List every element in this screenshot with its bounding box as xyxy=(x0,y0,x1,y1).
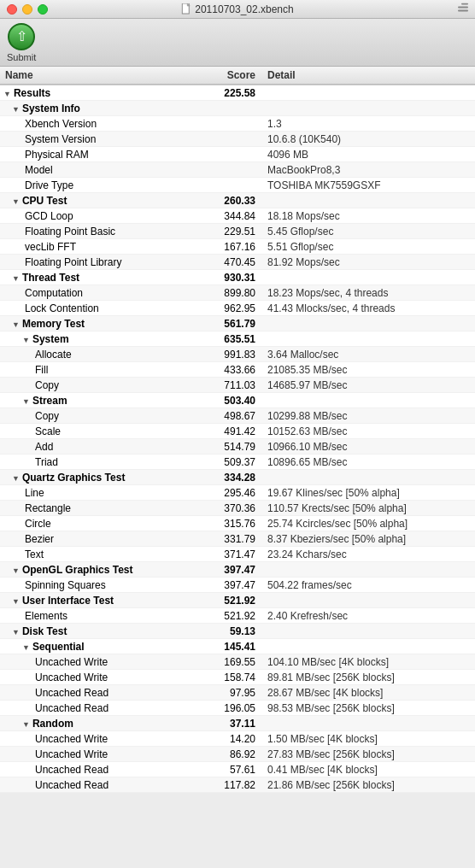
cell-detail: 10966.10 MB/sec xyxy=(261,441,475,453)
cell-name: ▼User Interface Test xyxy=(0,594,205,607)
close-button[interactable] xyxy=(7,4,17,15)
cell-score: 711.03 xyxy=(205,379,261,391)
cell-detail: 5.51 Gflop/sec xyxy=(261,241,475,253)
triangle-icon[interactable]: ▼ xyxy=(12,474,20,483)
cell-name: Computation xyxy=(0,286,205,300)
cell-name: System Version xyxy=(0,132,205,146)
cell-name: ▼Disk Test xyxy=(0,625,205,638)
cell-score: 498.67 xyxy=(205,410,261,422)
cell-detail: 5.45 Gflop/sec xyxy=(261,226,475,238)
cell-name: ▼Thread Test xyxy=(0,271,205,284)
cell-score: 295.46 xyxy=(205,487,261,499)
cell-name: ▼Memory Test xyxy=(0,317,205,331)
cell-score: 899.80 xyxy=(205,287,261,299)
cell-score: 397.47 xyxy=(205,564,261,576)
table-row: Text 371.47 23.24 Kchars/sec xyxy=(0,547,475,562)
triangle-icon[interactable]: ▼ xyxy=(12,197,20,206)
cell-name: ▼Sequential xyxy=(0,640,205,654)
triangle-icon[interactable]: ▼ xyxy=(12,628,20,636)
table-area: ▼Results 225.58 ▼System Info Xbench Vers… xyxy=(0,85,475,793)
table-row: ▼Thread Test 930.31 xyxy=(0,270,475,285)
table-row: Uncached Read 117.82 21.86 MB/sec [256K … xyxy=(0,777,475,793)
cell-detail: 41.43 Mlocks/sec, 4 threads xyxy=(261,302,475,314)
header-score: Score xyxy=(205,69,261,81)
cell-score: 521.92 xyxy=(205,595,261,607)
triangle-icon[interactable]: ▼ xyxy=(12,597,20,606)
triangle-icon[interactable]: ▼ xyxy=(3,90,11,98)
cell-detail: 21085.35 MB/sec xyxy=(261,364,475,376)
triangle-icon[interactable]: ▼ xyxy=(22,336,30,344)
cell-score: 962.95 xyxy=(205,302,261,314)
table-row: Xbench Version 1.3 xyxy=(0,116,475,132)
cell-score: 470.45 xyxy=(205,256,261,268)
cell-name: ▼OpenGL Graphics Test xyxy=(0,563,205,577)
table-row: Drive Type TOSHIBA MK7559GSXF xyxy=(0,178,475,193)
cell-detail: 18.23 Mops/sec, 4 threads xyxy=(261,287,475,299)
resize-icon[interactable] xyxy=(458,3,468,15)
cell-name: Fill xyxy=(0,363,205,377)
cell-name: Model xyxy=(0,163,205,177)
svg-rect-3 xyxy=(458,6,468,8)
cell-score: 260.33 xyxy=(205,195,261,207)
table-row: Uncached Read 57.61 0.41 MB/sec [4K bloc… xyxy=(0,762,475,777)
cell-name: Spinning Squares xyxy=(0,578,205,592)
cell-score: 509.37 xyxy=(205,456,261,468)
cell-name: Uncached Write xyxy=(0,748,205,761)
cell-detail: 21.86 MB/sec [256K blocks] xyxy=(261,779,475,791)
cell-detail: 28.67 MB/sec [4K blocks] xyxy=(261,687,475,699)
window-controls[interactable] xyxy=(7,4,48,15)
table-row: Bezier 331.79 8.37 Kbeziers/sec [50% alp… xyxy=(0,531,475,547)
table-row: Floating Point Library 470.45 81.92 Mops… xyxy=(0,255,475,270)
cell-score: 344.84 xyxy=(205,210,261,222)
cell-detail: 110.57 Krects/sec [50% alpha] xyxy=(261,502,475,514)
table-row: Computation 899.80 18.23 Mops/sec, 4 thr… xyxy=(0,285,475,301)
table-row: Uncached Read 97.95 28.67 MB/sec [4K blo… xyxy=(0,685,475,701)
cell-score: 635.51 xyxy=(205,333,261,345)
cell-score: 930.31 xyxy=(205,272,261,284)
minimize-button[interactable] xyxy=(22,4,32,15)
cell-score: 334.28 xyxy=(205,472,261,484)
triangle-icon[interactable]: ▼ xyxy=(12,320,20,329)
triangle-icon[interactable]: ▼ xyxy=(12,274,20,283)
cell-score: 491.42 xyxy=(205,425,261,437)
table-row: Allocate 991.83 3.64 Malloc/sec xyxy=(0,347,475,362)
cell-name: GCD Loop xyxy=(0,209,205,223)
table-row: ▼Results 225.58 xyxy=(0,85,475,101)
cell-name: Text xyxy=(0,548,205,561)
title-bar: 20110703_02.xbench xyxy=(0,0,475,19)
table-row: ▼OpenGL Graphics Test 397.47 xyxy=(0,562,475,578)
maximize-button[interactable] xyxy=(38,4,48,15)
submit-label: Submit xyxy=(7,52,36,62)
triangle-icon[interactable]: ▼ xyxy=(22,643,30,652)
triangle-icon[interactable]: ▼ xyxy=(12,566,20,575)
table-row: Triad 509.37 10896.65 MB/sec xyxy=(0,455,475,470)
submit-button[interactable]: ⇧ Submit xyxy=(7,23,36,62)
cell-detail: 1.3 xyxy=(261,118,475,130)
table-row: Physical RAM 4096 MB xyxy=(0,147,475,162)
table-row: vecLib FFT 167.16 5.51 Gflop/sec xyxy=(0,239,475,255)
cell-name: ▼Results xyxy=(0,86,205,100)
table-row: Copy 498.67 10299.88 MB/sec xyxy=(0,408,475,424)
triangle-icon[interactable]: ▼ xyxy=(22,720,30,729)
cell-score: 57.61 xyxy=(205,764,261,776)
cell-score: 371.47 xyxy=(205,548,261,560)
cell-score: 991.83 xyxy=(205,349,261,361)
triangle-icon[interactable]: ▼ xyxy=(12,105,20,114)
cell-name: Add xyxy=(0,440,205,454)
table-row: Fill 433.66 21085.35 MB/sec xyxy=(0,362,475,378)
table-row: Uncached Write 14.20 1.50 MB/sec [4K blo… xyxy=(0,731,475,747)
triangle-icon[interactable]: ▼ xyxy=(22,397,30,406)
cell-detail: 81.92 Mops/sec xyxy=(261,256,475,268)
cell-detail: 1.50 MB/sec [4K blocks] xyxy=(261,733,475,745)
cell-name: ▼Stream xyxy=(0,394,205,408)
cell-name: Bezier xyxy=(0,532,205,546)
cell-detail: 10896.65 MB/sec xyxy=(261,456,475,468)
cell-name: Floating Point Library xyxy=(0,255,205,269)
cell-name: Uncached Read xyxy=(0,778,205,792)
table-row: Model MacBookPro8,3 xyxy=(0,162,475,178)
cell-score: 561.79 xyxy=(205,318,261,330)
cell-score: 370.36 xyxy=(205,502,261,514)
cell-detail: 19.67 Klines/sec [50% alpha] xyxy=(261,487,475,499)
table-row: Add 514.79 10966.10 MB/sec xyxy=(0,439,475,455)
table-row: Line 295.46 19.67 Klines/sec [50% alpha] xyxy=(0,485,475,501)
